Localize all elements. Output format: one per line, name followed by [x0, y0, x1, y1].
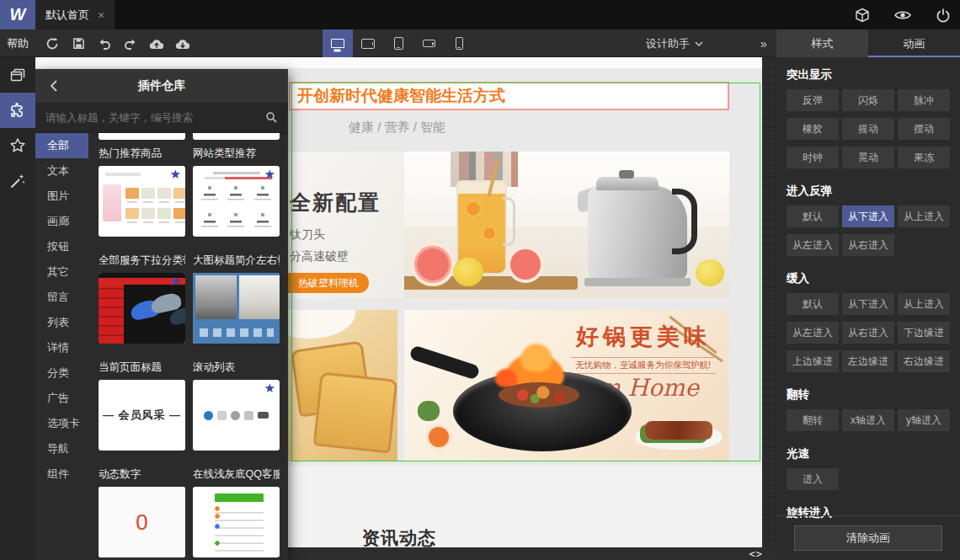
category-item[interactable]: 分类 [35, 360, 88, 386]
cloud-upload-icon[interactable] [148, 35, 165, 52]
animation-button[interactable]: 脉冲 [898, 89, 950, 111]
animation-button[interactable]: 从左进入 [787, 234, 839, 256]
clear-animation-button[interactable]: 清除动画 [794, 525, 942, 551]
category-item[interactable]: 列表 [35, 310, 88, 335]
category-item[interactable]: 选项卡 [35, 411, 88, 436]
device-tablet-landscape-button[interactable] [353, 29, 383, 57]
hero-headline: 全新配置 [290, 189, 381, 216]
search-icon[interactable] [265, 111, 278, 124]
category-item[interactable]: 组件 [35, 461, 88, 487]
sidebar-item-pages[interactable] [0, 57, 35, 93]
animation-button[interactable]: 右边缘进 [898, 350, 950, 372]
animation-button[interactable]: 上边缘进 [787, 350, 839, 372]
undo-icon[interactable] [96, 35, 113, 52]
category-item[interactable]: 画廊 [35, 209, 88, 234]
plugin-card-hot-products[interactable]: ★ [99, 166, 185, 237]
collapse-panel-icon[interactable]: » [755, 29, 773, 57]
animation-button[interactable]: 从下进入 [842, 205, 894, 227]
favorite-star-icon[interactable]: ★ [170, 168, 181, 180]
design-assistant-dropdown[interactable]: 设计助手 [646, 29, 703, 57]
preview-eye-icon[interactable] [894, 7, 911, 24]
animation-button[interactable]: 从左进入 [787, 322, 839, 344]
device-tablet-portrait-button[interactable] [383, 29, 413, 57]
back-chevron-icon[interactable] [49, 79, 59, 93]
plugin-card-big-image-switch[interactable] [193, 273, 280, 344]
animation-button[interactable]: 反弹 [787, 89, 839, 111]
animation-button[interactable]: 默认 [787, 293, 839, 315]
animation-button[interactable]: 默认 [787, 205, 839, 227]
plugin-card-cutoff[interactable] [99, 133, 185, 140]
animation-button[interactable]: 闪烁 [842, 89, 894, 111]
animation-button[interactable]: 果冻 [898, 147, 950, 168]
tab-close-icon[interactable]: × [98, 8, 104, 22]
photo-lemon [696, 259, 724, 286]
animation-button[interactable]: 晃动 [842, 147, 894, 168]
favorite-star-icon[interactable]: ★ [264, 168, 275, 180]
animation-button[interactable]: 左边缘进 [842, 350, 894, 372]
device-phone-landscape-button[interactable] [413, 29, 444, 57]
category-item[interactable]: 导航 [35, 436, 88, 461]
save-icon[interactable] [70, 35, 87, 52]
category-item[interactable]: 广告 [35, 386, 88, 411]
animation-button[interactable]: 从右进入 [842, 234, 894, 256]
sidebar-item-plugins[interactable] [0, 93, 35, 128]
help-button[interactable]: 帮助 [0, 29, 35, 57]
animation-button[interactable]: y轴进入 [898, 409, 950, 431]
app-logo[interactable]: W [0, 0, 35, 29]
plugin-card-dynamic-number[interactable]: 0 [99, 487, 185, 557]
animation-button[interactable]: 摇动 [842, 118, 894, 140]
animation-button[interactable]: 从右进入 [842, 322, 894, 344]
plugin-card-page-title[interactable]: — 会员风采 — [99, 380, 185, 451]
device-desktop-button[interactable] [323, 29, 353, 57]
selected-title-element[interactable]: 开创新时代健康智能生活方式 [289, 82, 729, 110]
animation-button[interactable]: 摆动 [898, 118, 950, 140]
favorite-star-icon[interactable]: ★ [264, 381, 275, 394]
animation-button[interactable]: x轴进入 [842, 409, 894, 431]
hero-product-button[interactable]: 热破壁料理机 [288, 273, 369, 293]
hero-banner[interactable]: 全新配置 钛刀头 分高速破壁 热破壁料理机 [288, 152, 729, 299]
refresh-icon[interactable] [44, 35, 61, 52]
components-cube-icon[interactable] [854, 7, 871, 24]
animation-button[interactable]: 进入 [787, 468, 839, 490]
section-title: 翻转 [787, 387, 950, 403]
page-subtitle[interactable]: 健康 / 营养 / 智能 [349, 120, 445, 136]
category-item[interactable]: 图片 [35, 184, 88, 209]
category-item[interactable]: 其它 [35, 259, 88, 285]
page-tab[interactable]: 默认首页 × [35, 0, 115, 29]
category-item[interactable]: 按钮 [35, 234, 88, 259]
animation-button[interactable]: 从下进入 [842, 293, 894, 315]
sidebar-item-tools[interactable] [0, 163, 35, 199]
category-item[interactable]: 全部 [35, 133, 88, 158]
tab-animation[interactable]: 动画 [868, 29, 960, 57]
category-item[interactable]: 留言 [35, 285, 88, 310]
canvas-scrollbar[interactable] [762, 57, 776, 547]
plugin-card-cutoff[interactable] [193, 133, 280, 140]
plugin-card-site-types[interactable]: ★ [193, 166, 280, 237]
animation-button[interactable]: 橡胶 [787, 118, 839, 140]
tab-style[interactable]: 样式 [776, 29, 868, 57]
code-view-icon[interactable]: <> [749, 547, 763, 560]
animation-button[interactable]: 从上进入 [898, 293, 950, 315]
plugin-search-input[interactable] [45, 112, 259, 124]
news-heading[interactable]: 资讯动态 [362, 526, 436, 550]
animation-button[interactable]: 翻转 [787, 409, 839, 431]
page-canvas[interactable]: 开创新时代健康智能生活方式 健康 / 营养 / 智能 全新配置 钛刀头 分高速破… [288, 57, 762, 560]
redo-icon[interactable] [122, 35, 139, 52]
sidebar-item-favorites[interactable] [0, 128, 35, 163]
category-item[interactable]: 详情 [35, 335, 88, 360]
photo-orange-slice [465, 200, 482, 217]
bread-photo[interactable] [288, 310, 397, 461]
plugin-card-dropdown-category[interactable]: ★ [99, 273, 185, 344]
favorite-star-icon[interactable]: ★ [170, 275, 181, 287]
animation-button[interactable]: 从上进入 [898, 205, 950, 227]
power-icon[interactable] [935, 7, 952, 24]
plugin-card-scroll-list[interactable]: ★ [193, 380, 280, 451]
plugin-card-label: 热门推荐商品 [99, 147, 185, 161]
wok-banner[interactable]: 好锅更美味 无忧购物，至诚服务为你保驾护航! Warm Home [404, 310, 729, 461]
animation-button[interactable]: 时钟 [787, 147, 839, 168]
cloud-download-icon[interactable] [174, 35, 191, 52]
device-phone-portrait-button[interactable] [444, 29, 474, 57]
plugin-card-qq-service[interactable] [193, 487, 280, 557]
category-item[interactable]: 文本 [35, 158, 88, 184]
animation-button[interactable]: 下边缘进 [898, 322, 950, 344]
